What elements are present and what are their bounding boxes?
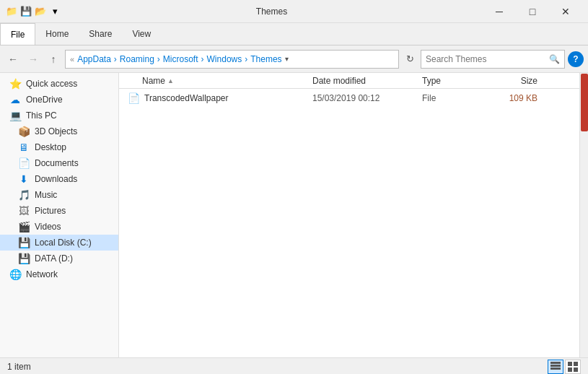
downloads-icon: ⬇ bbox=[17, 173, 30, 185]
svg-rect-3 bbox=[568, 362, 572, 366]
back-button[interactable]: ← bbox=[4, 51, 22, 68]
sidebar-item-local-disk-c[interactable]: 💾 Local Disk (C:) bbox=[0, 235, 118, 251]
data-d-icon: 💾 bbox=[17, 253, 30, 264]
sidebar-label-pictures: Pictures bbox=[35, 206, 66, 216]
file-area: Name ▲ Date modified Type Size 📄 Transco… bbox=[119, 73, 579, 357]
sidebar-item-desktop[interactable]: 🖥 Desktop bbox=[0, 139, 118, 155]
sidebar-item-network[interactable]: 🌐 Network bbox=[0, 266, 118, 282]
svg-rect-1 bbox=[550, 365, 561, 367]
sidebar-label-documents: Documents bbox=[35, 158, 79, 168]
search-box: 🔍 bbox=[421, 50, 565, 69]
sidebar-item-music[interactable]: 🎵 Music bbox=[0, 187, 118, 203]
breadcrumb: AppData › Roaming › Microsoft › Windows … bbox=[77, 54, 281, 64]
sidebar-item-videos[interactable]: 🎬 Videos bbox=[0, 219, 118, 235]
this-pc-icon: 💻 bbox=[9, 110, 22, 121]
crumb-themes[interactable]: Themes bbox=[250, 54, 281, 64]
title-bar-icons: 📁 💾 📂 ▾ bbox=[6, 6, 61, 17]
ribbon: File Home Share View bbox=[0, 23, 588, 45]
folder-icon: 📁 bbox=[6, 6, 17, 17]
help-button[interactable]: ? bbox=[568, 51, 584, 67]
forward-button[interactable]: → bbox=[25, 51, 42, 68]
svg-rect-4 bbox=[574, 362, 578, 366]
col-header-name[interactable]: Name ▲ bbox=[119, 76, 307, 86]
sidebar-label-quick-access: Quick access bbox=[26, 79, 77, 89]
file-header: Name ▲ Date modified Type Size bbox=[119, 73, 579, 89]
sidebar-item-this-pc[interactable]: 💻 This PC bbox=[0, 108, 118, 123]
scrollbar[interactable] bbox=[579, 73, 588, 357]
scroll-thumb[interactable] bbox=[581, 74, 588, 131]
sidebar-item-pictures[interactable]: 🖼 Pictures bbox=[0, 203, 118, 219]
sidebar-label-videos: Videos bbox=[35, 222, 61, 232]
file-size-cell: 109 KB bbox=[494, 93, 552, 103]
sidebar-label-onedrive: OneDrive bbox=[26, 95, 63, 105]
svg-rect-0 bbox=[550, 362, 561, 364]
tab-view[interactable]: View bbox=[122, 23, 161, 45]
window-title: Themes bbox=[61, 6, 483, 17]
crumb-roaming[interactable]: Roaming bbox=[120, 54, 154, 64]
refresh-button[interactable]: ↻ bbox=[402, 51, 418, 67]
main-area: ⭐ Quick access ☁ OneDrive 💻 This PC 📦 3D… bbox=[0, 73, 588, 357]
search-icon: 🔍 bbox=[549, 54, 560, 64]
up-button[interactable]: ↑ bbox=[45, 51, 62, 68]
view-toggle bbox=[548, 360, 581, 374]
documents-icon: 📄 bbox=[17, 157, 30, 169]
sidebar-label-music: Music bbox=[35, 190, 57, 200]
item-count: 1 item bbox=[7, 362, 31, 372]
sidebar-item-3d-objects[interactable]: 📦 3D Objects bbox=[0, 123, 118, 139]
sidebar-item-data-d[interactable]: 💾 DATA (D:) bbox=[0, 251, 118, 266]
file-modified-cell: 15/03/2019 00:12 bbox=[307, 93, 422, 103]
pictures-icon: 🖼 bbox=[17, 205, 30, 217]
sidebar-label-network: Network bbox=[26, 269, 58, 279]
file-icon: 📄 bbox=[128, 92, 140, 104]
sidebar-item-quick-access[interactable]: ⭐ Quick access bbox=[0, 76, 118, 92]
sidebar-item-documents[interactable]: 📄 Documents bbox=[0, 155, 118, 171]
sidebar-label-3d-objects: 3D Objects bbox=[35, 126, 77, 136]
minimize-button[interactable]: ─ bbox=[483, 0, 516, 23]
sidebar: ⭐ Quick access ☁ OneDrive 💻 This PC 📦 3D… bbox=[0, 73, 119, 357]
col-header-size[interactable]: Size bbox=[494, 76, 552, 86]
title-bar: 📁 💾 📂 ▾ Themes ─ □ ✕ bbox=[0, 0, 588, 23]
sidebar-label-this-pc: This PC bbox=[26, 110, 57, 121]
network-icon: 🌐 bbox=[9, 269, 22, 280]
onedrive-icon: ☁ bbox=[9, 94, 22, 105]
svg-rect-2 bbox=[550, 368, 561, 370]
sidebar-item-downloads[interactable]: ⬇ Downloads bbox=[0, 171, 118, 187]
save-icon: 💾 bbox=[20, 6, 32, 17]
videos-icon: 🎬 bbox=[17, 221, 30, 232]
tiles-view-button[interactable] bbox=[565, 360, 581, 374]
close-button[interactable]: ✕ bbox=[549, 0, 582, 23]
tiles-view-icon bbox=[568, 362, 578, 372]
dropdown-icon: ▾ bbox=[49, 6, 61, 17]
ribbon-tabs: File Home Share View bbox=[0, 23, 588, 45]
sidebar-label-desktop: Desktop bbox=[35, 142, 66, 152]
tab-share[interactable]: Share bbox=[79, 23, 122, 45]
table-row[interactable]: 📄 TranscodedWallpaper 15/03/2019 00:12 F… bbox=[119, 89, 579, 108]
details-view-button[interactable] bbox=[548, 360, 563, 374]
quick-access-icon: ⭐ bbox=[9, 78, 22, 90]
crumb-appdata[interactable]: AppData bbox=[77, 54, 111, 64]
svg-rect-5 bbox=[568, 368, 572, 372]
sidebar-item-onedrive[interactable]: ☁ OneDrive bbox=[0, 92, 118, 108]
tab-file[interactable]: File bbox=[0, 23, 35, 45]
tab-home[interactable]: Home bbox=[35, 23, 79, 45]
sidebar-label-downloads: Downloads bbox=[35, 174, 77, 184]
crumb-microsoft[interactable]: Microsoft bbox=[163, 54, 198, 64]
svg-rect-6 bbox=[574, 368, 578, 372]
col-header-type[interactable]: Type bbox=[422, 76, 494, 86]
desktop-icon: 🖥 bbox=[17, 142, 30, 153]
col-header-modified[interactable]: Date modified bbox=[307, 76, 422, 86]
title-controls: ─ □ ✕ bbox=[483, 0, 582, 23]
file-name-label: TranscodedWallpaper bbox=[144, 93, 229, 103]
local-disk-c-icon: 💾 bbox=[17, 237, 30, 248]
toolbar: ← → ↑ « AppData › Roaming › Microsoft › … bbox=[0, 45, 588, 73]
maximize-button[interactable]: □ bbox=[516, 0, 549, 23]
file-type-cell: File bbox=[422, 93, 494, 103]
music-icon: 🎵 bbox=[17, 189, 30, 201]
details-view-icon bbox=[550, 362, 561, 372]
address-dropdown-icon[interactable]: ▾ bbox=[285, 55, 289, 63]
crumb-windows[interactable]: Windows bbox=[207, 54, 242, 64]
name-sort-arrow: ▲ bbox=[167, 77, 174, 84]
search-input[interactable] bbox=[426, 54, 546, 64]
sidebar-label-local-disk-c: Local Disk (C:) bbox=[35, 238, 92, 248]
address-bar[interactable]: « AppData › Roaming › Microsoft › Window… bbox=[65, 50, 399, 69]
